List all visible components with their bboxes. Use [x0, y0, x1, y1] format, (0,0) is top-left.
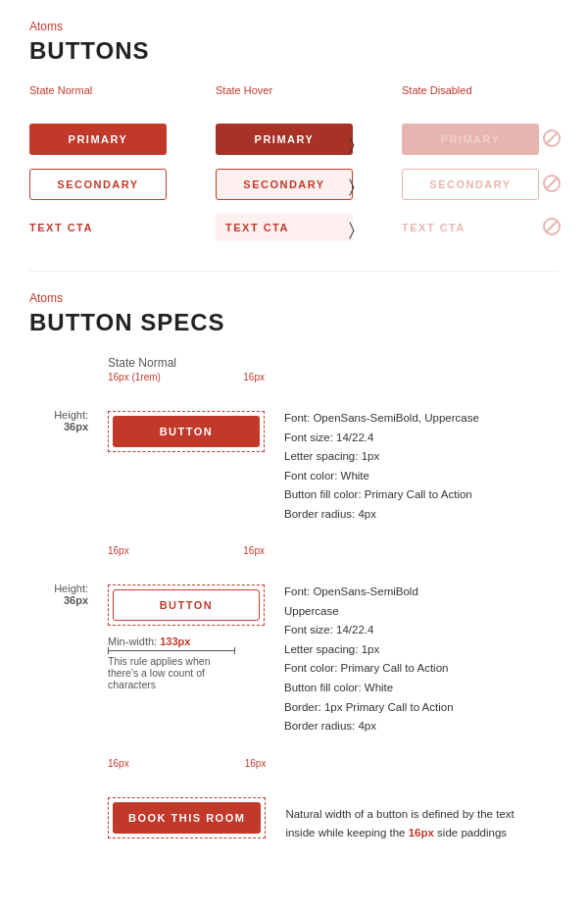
specs-section: Atoms BUTTON SPECS State Normal Height: … [29, 291, 559, 843]
text-cta-normal-button[interactable]: TEXT CTA [29, 214, 167, 241]
state-hover-col: State Hover PRIMARY 〉 SECONDARY 〉 TEXT C… [216, 84, 402, 241]
spec2-height-label: Height: 36px [29, 563, 88, 606]
min-width-label: Min-width: [108, 635, 157, 647]
min-width-line [108, 650, 235, 651]
cursor-icon-primary: 〉 [349, 134, 355, 155]
text-cta-disabled-row: TEXT CTA [402, 214, 588, 241]
text-cta-disabled-button: TEXT CTA [402, 214, 539, 241]
spec3-wrapper: BOOK THIS ROOM [108, 797, 266, 838]
spec-row-primary: Height: 36px 16px (1rem) 16px BUTTON Fon… [29, 389, 559, 524]
primary-disabled-row: PRIMARY [402, 124, 588, 155]
breadcrumb-atoms-specs: Atoms [29, 291, 559, 305]
primary-disabled-button: PRIMARY [402, 124, 539, 155]
state-disabled-label: State Disabled [402, 84, 588, 102]
secondary-normal-button[interactable]: SECONDARY [29, 169, 167, 200]
state-hover-label: State Hover [216, 84, 402, 102]
no-cursor-icon-secondary [543, 175, 561, 195]
no-cursor-icon-primary [543, 129, 561, 150]
primary-hover-row: PRIMARY 〉 [216, 124, 402, 155]
buttons-grid: State Normal PRIMARY SECONDARY TEXT CTA … [29, 84, 559, 241]
svg-line-3 [546, 178, 558, 189]
primary-hover-button[interactable]: PRIMARY [216, 124, 353, 155]
section-divider [29, 271, 559, 272]
state-normal-spec-label: State Normal [108, 356, 559, 370]
page-container: Atoms BUTTONS State Normal PRIMARY SECON… [0, 0, 588, 892]
buttons-section: Atoms BUTTONS State Normal PRIMARY SECON… [29, 20, 559, 241]
svg-line-5 [546, 221, 558, 232]
spec3-padding-left: 16px [108, 758, 129, 769]
spec3-button: BOOK THIS ROOM [113, 802, 261, 834]
section-specs-title: BUTTON SPECS [29, 309, 559, 336]
spec1-wrapper: BUTTON [108, 411, 265, 452]
spec3-button-area: 16px 16px BOOK THIS ROOM [108, 776, 266, 838]
spec1-description: Font: OpenSans-SemiBold, Uppercase Font … [284, 389, 559, 524]
text-cta-normal-row: TEXT CTA [29, 214, 216, 241]
spec3-note: Natural width of a button is defined by … [285, 776, 520, 843]
secondary-disabled-row: SECONDARY [402, 169, 588, 200]
secondary-hover-button[interactable]: SECONDARY [216, 169, 353, 200]
spec3-padding-right: 16px [245, 758, 267, 769]
min-width-value: 133px [160, 635, 190, 647]
secondary-hover-row: SECONDARY 〉 [216, 169, 402, 200]
spec2-wrapper: BUTTON [108, 584, 265, 626]
text-cta-hover-row: TEXT CTA 〉 [216, 214, 402, 241]
spec1-button: BUTTON [113, 416, 260, 447]
state-normal-label: State Normal [29, 84, 216, 102]
cursor-icon-textcta: 〉 [349, 220, 355, 240]
primary-normal-button[interactable]: PRIMARY [29, 124, 167, 155]
spec2-padding-left: 16px [108, 545, 129, 556]
text-cta-hover-button[interactable]: TEXT CTA [216, 214, 353, 241]
state-normal-col: State Normal PRIMARY SECONDARY TEXT CTA [29, 84, 216, 241]
spec1-padding-left: 16px (1rem) [108, 372, 161, 382]
spec2-button-area: 16px 16px BUTTON Min-width: 133px This r… [108, 563, 265, 690]
min-width-note-text: This rule applies when there's a low cou… [108, 655, 235, 690]
secondary-disabled-button: SECONDARY [402, 169, 539, 200]
spec1-button-area: 16px (1rem) 16px BUTTON [108, 389, 265, 452]
breadcrumb-atoms: Atoms [29, 20, 559, 33]
cursor-icon-secondary: 〉 [349, 177, 355, 197]
secondary-normal-row: SECONDARY [29, 169, 216, 200]
state-disabled-col: State Disabled PRIMARY SECONDARY [402, 84, 588, 241]
no-cursor-icon-textcta [543, 218, 561, 238]
spec2-padding-right: 16px [243, 545, 265, 556]
spec2-description: Font: OpenSans-SemiBold Uppercase Font s… [284, 563, 559, 736]
spec1-padding-right: 16px [243, 372, 265, 382]
primary-normal-row: PRIMARY [29, 124, 216, 155]
section-buttons-title: BUTTONS [29, 37, 559, 65]
spec2-min-width: Min-width: 133px This rule applies when … [108, 635, 265, 690]
spec1-height-label: Height: 36px [29, 389, 88, 432]
spec-row-natural: 16px 16px BOOK THIS ROOM Natural width o… [29, 776, 559, 843]
svg-line-1 [546, 132, 558, 144]
spec2-button: BUTTON [113, 589, 260, 621]
spec-row-secondary: Height: 36px 16px 16px BUTTON Min-width:… [29, 563, 559, 736]
